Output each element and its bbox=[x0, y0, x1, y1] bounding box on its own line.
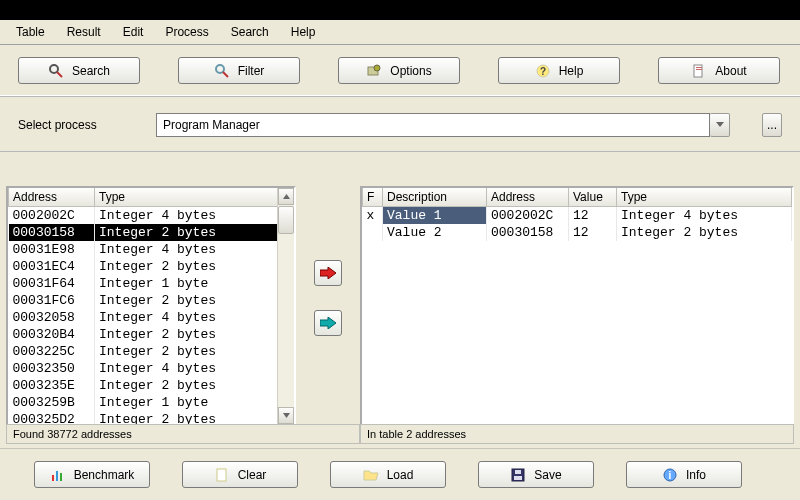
help-icon: ? bbox=[535, 63, 551, 79]
col-value[interactable]: Value bbox=[569, 188, 617, 207]
svg-marker-11 bbox=[716, 122, 724, 127]
col-address[interactable]: Address bbox=[9, 188, 95, 207]
chevron-down-icon[interactable] bbox=[710, 113, 730, 137]
scroll-up-icon[interactable] bbox=[278, 188, 294, 205]
button-label: Benchmark bbox=[74, 468, 135, 482]
result-row[interactable]: 0003235EInteger 2 bytes bbox=[9, 377, 294, 394]
about-icon bbox=[691, 63, 707, 79]
svg-line-3 bbox=[223, 72, 228, 77]
result-row[interactable]: 00031FC6Integer 2 bytes bbox=[9, 292, 294, 309]
svg-text:?: ? bbox=[540, 66, 546, 77]
result-row[interactable]: 00032058Integer 4 bytes bbox=[9, 309, 294, 326]
result-row[interactable]: 000320B4Integer 2 bytes bbox=[9, 326, 294, 343]
process-value: Program Manager bbox=[163, 118, 260, 132]
save-button[interactable]: Save bbox=[478, 461, 594, 488]
folder-open-icon bbox=[363, 467, 379, 483]
svg-rect-23 bbox=[514, 476, 522, 480]
menu-table[interactable]: Table bbox=[6, 22, 55, 42]
svg-rect-18 bbox=[60, 473, 62, 481]
options-button[interactable]: Options bbox=[338, 57, 460, 84]
results-grid[interactable]: Address Type 0002002CInteger 4 bytes0003… bbox=[6, 186, 296, 426]
process-input[interactable]: Program Manager bbox=[156, 113, 710, 137]
result-row[interactable]: 00031F64Integer 1 byte bbox=[9, 275, 294, 292]
button-label: Search bbox=[72, 64, 110, 78]
svg-rect-16 bbox=[52, 475, 54, 481]
table-grid[interactable]: F Description Address Value Type xValue … bbox=[360, 186, 794, 426]
menu-process[interactable]: Process bbox=[155, 22, 218, 42]
status-bar: Found 38772 addresses In table 2 address… bbox=[6, 424, 794, 444]
svg-marker-15 bbox=[320, 317, 336, 329]
svg-point-2 bbox=[216, 65, 224, 73]
result-row[interactable]: 00031EC4Integer 2 bytes bbox=[9, 258, 294, 275]
filter-button[interactable]: Filter bbox=[178, 57, 300, 84]
result-row[interactable]: 0002002CInteger 4 bytes bbox=[9, 207, 294, 225]
svg-marker-13 bbox=[283, 413, 290, 418]
scroll-down-icon[interactable] bbox=[278, 407, 294, 424]
add-all-button[interactable] bbox=[314, 310, 342, 336]
search-button[interactable]: Search bbox=[18, 57, 140, 84]
help-button[interactable]: ? Help bbox=[498, 57, 620, 84]
benchmark-button[interactable]: Benchmark bbox=[34, 461, 150, 488]
button-label: Save bbox=[534, 468, 561, 482]
info-button[interactable]: i Info bbox=[626, 461, 742, 488]
magnifier-filter-icon bbox=[214, 63, 230, 79]
transfer-buttons bbox=[296, 186, 360, 426]
col-address[interactable]: Address bbox=[487, 188, 569, 207]
scrollbar[interactable] bbox=[277, 188, 294, 424]
menu-help[interactable]: Help bbox=[281, 22, 326, 42]
button-label: Options bbox=[390, 64, 431, 78]
svg-rect-19 bbox=[217, 469, 226, 481]
table-row[interactable]: Value 20003015812Integer 2 bytes bbox=[363, 224, 792, 241]
process-combo[interactable]: Program Manager bbox=[156, 113, 730, 137]
info-icon: i bbox=[662, 467, 678, 483]
chart-icon bbox=[50, 467, 66, 483]
button-label: Help bbox=[559, 64, 584, 78]
clear-button[interactable]: Clear bbox=[182, 461, 298, 488]
process-browse-button[interactable]: ... bbox=[762, 113, 782, 137]
result-row[interactable]: 00032350Integer 4 bytes bbox=[9, 360, 294, 377]
col-frozen[interactable]: F bbox=[363, 188, 383, 207]
col-type[interactable]: Type bbox=[617, 188, 792, 207]
page-icon bbox=[214, 467, 230, 483]
menu-edit[interactable]: Edit bbox=[113, 22, 154, 42]
about-button[interactable]: About bbox=[658, 57, 780, 84]
col-type[interactable]: Type bbox=[95, 188, 294, 207]
svg-rect-22 bbox=[515, 470, 521, 474]
button-label: Load bbox=[387, 468, 414, 482]
svg-rect-8 bbox=[694, 65, 702, 77]
bottom-toolbar: Benchmark Clear Load Save i Info bbox=[0, 448, 800, 500]
process-selector-row: Select process Program Manager ... bbox=[0, 97, 800, 152]
table-status: In table 2 addresses bbox=[360, 424, 794, 444]
col-description[interactable]: Description bbox=[383, 188, 487, 207]
results-status: Found 38772 addresses bbox=[6, 424, 360, 444]
result-row[interactable]: 00030158Integer 2 bytes bbox=[9, 224, 294, 241]
button-label: Clear bbox=[238, 468, 267, 482]
process-label: Select process bbox=[18, 118, 128, 132]
button-label: About bbox=[715, 64, 746, 78]
arrow-right-icon bbox=[320, 267, 336, 279]
svg-point-0 bbox=[50, 65, 58, 73]
menubar: Table Result Edit Process Search Help bbox=[0, 20, 800, 45]
menu-search[interactable]: Search bbox=[221, 22, 279, 42]
add-to-table-button[interactable] bbox=[314, 260, 342, 286]
load-button[interactable]: Load bbox=[330, 461, 446, 488]
magnifier-icon bbox=[48, 63, 64, 79]
button-label: Filter bbox=[238, 64, 265, 78]
toolbar: Search Filter Options ? Help About bbox=[0, 45, 800, 97]
svg-line-1 bbox=[57, 72, 62, 77]
svg-marker-12 bbox=[283, 194, 290, 199]
floppy-icon bbox=[510, 467, 526, 483]
svg-point-5 bbox=[374, 65, 380, 71]
gear-icon bbox=[366, 63, 382, 79]
menu-result[interactable]: Result bbox=[57, 22, 111, 42]
result-row[interactable]: 0003225CInteger 2 bytes bbox=[9, 343, 294, 360]
result-row[interactable]: 0003259BInteger 1 byte bbox=[9, 394, 294, 411]
table-row[interactable]: xValue 10002002C12Integer 4 bytes bbox=[363, 207, 792, 225]
result-row[interactable]: 00031E98Integer 4 bytes bbox=[9, 241, 294, 258]
svg-text:i: i bbox=[669, 470, 672, 481]
button-label: Info bbox=[686, 468, 706, 482]
svg-marker-20 bbox=[364, 471, 378, 480]
scroll-thumb[interactable] bbox=[278, 206, 294, 234]
svg-marker-14 bbox=[320, 267, 336, 279]
svg-rect-9 bbox=[696, 67, 702, 68]
